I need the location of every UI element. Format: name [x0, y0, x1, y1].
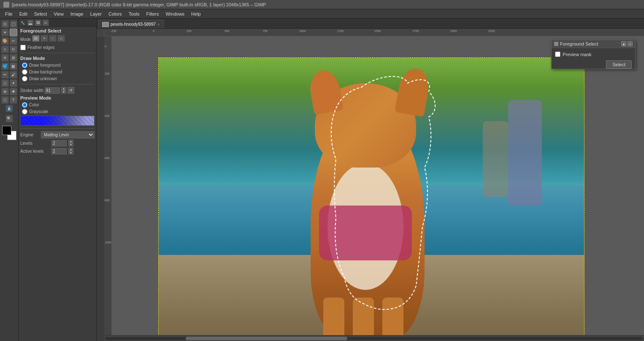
- person-figure-2: [483, 121, 508, 197]
- tool-rect-select[interactable]: ⊡: [1, 20, 9, 28]
- scroll-thumb-h[interactable]: [186, 337, 347, 340]
- canvas-tab-main[interactable]: pexels-hnoody93-58997 ×: [98, 20, 164, 28]
- tool-align[interactable]: ⊞: [10, 54, 17, 62]
- leg-2: [353, 298, 374, 335]
- levels-input[interactable]: 2: [51, 140, 67, 146]
- menu-file[interactable]: File: [2, 11, 16, 17]
- menu-image[interactable]: Image: [67, 11, 87, 17]
- mode-replace[interactable]: ⊟: [32, 35, 40, 42]
- foreground-color-swatch[interactable]: [2, 126, 11, 135]
- divider-3: [20, 128, 95, 129]
- active-levels-input[interactable]: 2: [51, 148, 67, 154]
- engine-label: Engine: [20, 133, 39, 137]
- draw-foreground-radio[interactable]: [22, 62, 27, 68]
- stroke-refresh[interactable]: ↺: [68, 87, 74, 94]
- draw-unknown-radio[interactable]: [22, 76, 27, 81]
- draw-background-row: Draw background: [22, 69, 95, 75]
- leg-3: [382, 298, 403, 335]
- menu-select[interactable]: Select: [31, 11, 51, 17]
- levels-down[interactable]: ▼: [68, 143, 73, 146]
- preview-mask-row: Preview mask: [555, 51, 632, 57]
- canvas-tab-label: pexels-hnoody93-58997: [111, 22, 156, 27]
- tool-crop[interactable]: ⌗: [1, 46, 9, 53]
- preview-mask-label: Preview mask: [563, 52, 591, 57]
- tool-row-10: ⬡ T: [1, 96, 17, 104]
- canvas-scrollbar-horizontal[interactable]: [104, 335, 644, 341]
- ruler-h-label-2: 250: [187, 30, 192, 32]
- tool-zoom[interactable]: 🔍: [5, 115, 13, 122]
- menu-windows[interactable]: Windows: [162, 11, 188, 17]
- tool-text[interactable]: T: [10, 96, 17, 104]
- tab-tool-options[interactable]: 🔧: [19, 19, 26, 26]
- tool-row-1: ⊡ ◯: [1, 20, 17, 28]
- levels-up[interactable]: ▲: [68, 140, 73, 143]
- tool-row-5: ✛ ⊞: [1, 54, 17, 62]
- tab-images[interactable]: 🖼: [35, 19, 41, 26]
- mode-add[interactable]: +: [41, 35, 48, 42]
- feather-edges-checkbox[interactable]: [20, 45, 26, 50]
- tool-fuzzy-select[interactable]: ⬚: [10, 29, 17, 36]
- tool-heal[interactable]: ✚: [10, 88, 17, 95]
- tool-paintbrush[interactable]: 🖌: [10, 71, 17, 78]
- active-levels-label: Active levels: [20, 149, 50, 154]
- color-swatches: [2, 126, 16, 140]
- canvas-tab-close[interactable]: ×: [157, 22, 160, 27]
- menu-view[interactable]: View: [50, 11, 67, 17]
- select-button[interactable]: Select: [606, 60, 632, 69]
- dialog-minimize[interactable]: ▲: [621, 41, 626, 46]
- preview-mode-title: Preview Mode: [20, 95, 95, 100]
- draw-background-radio[interactable]: [22, 69, 27, 75]
- dialog-title-text: Foreground Select: [560, 41, 598, 46]
- active-levels-down[interactable]: ▼: [68, 151, 73, 154]
- draw-foreground-label: Draw foreground: [29, 63, 60, 68]
- canvas-viewport[interactable]: Foreground Select ▲ × Preview: [112, 36, 644, 335]
- preview-grayscale-radio[interactable]: [22, 109, 27, 114]
- tab-undo[interactable]: ↩: [42, 19, 49, 26]
- engine-select[interactable]: Matting Levin Matting Global: [41, 131, 95, 138]
- tool-by-color[interactable]: 🎨: [1, 37, 9, 45]
- levels-spin: ▲ ▼: [68, 140, 73, 146]
- ruler-h-label-8: 1750: [412, 30, 419, 32]
- tool-eraser[interactable]: ◻: [1, 79, 9, 87]
- tool-free-select[interactable]: ✦: [1, 29, 9, 36]
- menu-layer[interactable]: Layer: [87, 11, 106, 17]
- tool-paint-bucket[interactable]: 🪣: [1, 62, 9, 70]
- dialog-close[interactable]: ×: [628, 41, 633, 46]
- tool-row-6: 🪣 ▦: [1, 62, 17, 70]
- tool-airbrush[interactable]: ✦: [10, 79, 17, 87]
- tool-ellipse-select[interactable]: ◯: [10, 20, 17, 28]
- scroll-track-h[interactable]: [105, 337, 643, 340]
- feather-edges-label: Feather edges: [27, 45, 55, 50]
- tool-color-pick[interactable]: 💧: [5, 105, 13, 112]
- tool-move[interactable]: ✛: [1, 54, 9, 62]
- draw-background-label: Draw background: [29, 70, 62, 74]
- preview-mask-checkbox[interactable]: [555, 51, 560, 57]
- tool-scissors[interactable]: ✂: [10, 37, 17, 45]
- draw-mode-title: Draw Mode: [20, 56, 95, 61]
- preview-color-radio[interactable]: [22, 102, 27, 108]
- fg-select-dialog: Foreground Select ▲ × Preview: [551, 40, 636, 69]
- mode-subtract[interactable]: -: [49, 35, 57, 42]
- tool-perspective[interactable]: ⬡: [1, 96, 9, 104]
- ruler-v-label-1: 200: [105, 72, 110, 75]
- stroke-up[interactable]: ▲: [61, 87, 66, 90]
- tool-clone[interactable]: ⊕: [1, 88, 9, 95]
- active-levels-up[interactable]: ▲: [68, 148, 73, 151]
- menu-help[interactable]: Help: [188, 11, 204, 17]
- menu-tools[interactable]: Tools: [125, 11, 143, 17]
- levels-row: Levels 2 ▲ ▼: [20, 140, 95, 146]
- tool-rotate[interactable]: ↻: [10, 46, 17, 53]
- mode-intersect[interactable]: ∩: [57, 35, 65, 42]
- tool-row-2: ✦ ⬚: [1, 29, 17, 36]
- menu-filters[interactable]: Filters: [143, 11, 162, 17]
- tab-device-status[interactable]: 💻: [27, 19, 34, 26]
- stroke-width-input[interactable]: 81: [45, 87, 60, 94]
- menu-colors[interactable]: Colors: [105, 11, 125, 17]
- tool-pencil[interactable]: ✏: [1, 71, 9, 78]
- ruler-horizontal: -250 0 250 500 750 1000 1250 1500 1750 2…: [104, 29, 644, 36]
- draw-unknown-label: Draw unknown: [29, 76, 57, 81]
- ruler-h-label-0: -250: [111, 30, 116, 32]
- stroke-down[interactable]: ▼: [61, 90, 66, 94]
- menu-edit[interactable]: Edit: [16, 11, 31, 17]
- tool-blend[interactable]: ▦: [10, 62, 17, 70]
